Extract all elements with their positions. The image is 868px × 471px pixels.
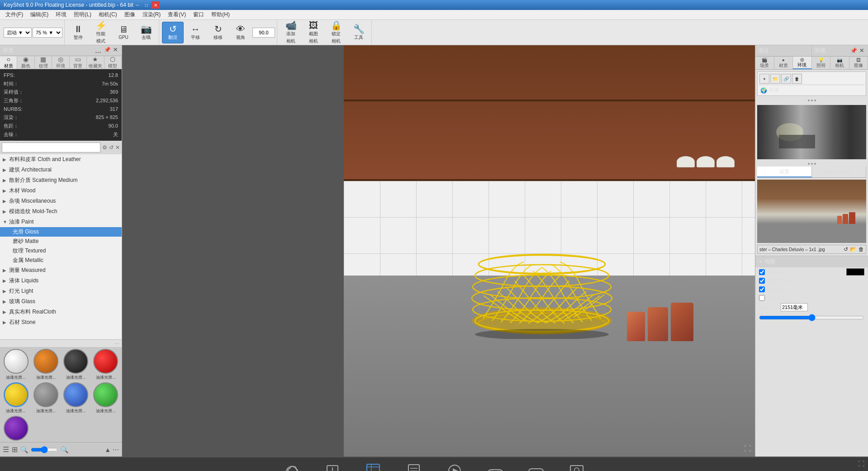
menu-camera[interactable]: 相机(C)	[95, 10, 121, 19]
ground-ao-checkbox[interactable]	[759, 278, 765, 284]
category-liquids[interactable]: ▶ 液体 Liquids	[0, 276, 122, 286]
list-view-button[interactable]: ☰	[3, 445, 9, 454]
render-button[interactable]: ↺ 翻渲	[162, 22, 184, 43]
category-misc[interactable]: ▶ 杂项 Miscellaneous	[0, 196, 122, 206]
screenshot-button[interactable]: 🖼 截图 相机	[303, 22, 324, 43]
tab-texture[interactable]: ▦ 纹理	[35, 56, 52, 69]
menu-lighting[interactable]: 照明(L)	[70, 10, 95, 19]
minimize-button[interactable]: ─	[133, 1, 142, 9]
paint-textured-item[interactable]: 纹理 Textured	[0, 246, 122, 256]
swatch-white[interactable]: 油漆光滑...	[2, 349, 30, 381]
zoom-in-icon[interactable]: 🔍	[61, 446, 68, 453]
left-panel-close-button[interactable]: ✕	[112, 46, 119, 53]
start-mode-select[interactable]: 启动 ▼	[4, 28, 32, 38]
bottom-btn-library[interactable]: 库	[357, 460, 389, 471]
category-scattering[interactable]: ▶ 散射介质 Scattering Medium	[0, 175, 122, 186]
env-link-button[interactable]: 🔗	[781, 74, 791, 84]
bottom-btn-render[interactable]: 渲染	[561, 462, 593, 471]
menu-image[interactable]: 图像	[121, 10, 139, 19]
right-panel-close-button[interactable]: ✕	[858, 47, 865, 54]
paint-matte-item[interactable]: 磨砂 Matte	[0, 237, 122, 246]
nav-more-button[interactable]: ⋯	[113, 446, 119, 453]
search-refresh-icon[interactable]: ↺	[109, 144, 114, 151]
tab-environment[interactable]: ◎ 环境	[793, 57, 812, 69]
add-camera-button[interactable]: 📹 添加 相机	[280, 22, 302, 43]
env-hdri-tab[interactable]: HDRI 编辑器	[812, 167, 867, 177]
rotate-button[interactable]: ↻ 移移	[207, 22, 229, 43]
tab-image[interactable]: 🖼 图像	[849, 57, 868, 69]
swatch-gray[interactable]: 油漆光滑...	[32, 382, 60, 414]
angle-input[interactable]	[252, 28, 275, 38]
quality-select[interactable]: 75 % ▼	[33, 28, 62, 38]
nav-up-button[interactable]: ▲	[104, 446, 111, 453]
swatch-yellow[interactable]: 油漆光滑...	[2, 382, 30, 414]
bottom-btn-project[interactable]: 项目	[398, 462, 430, 471]
search-clear-icon[interactable]: ✕	[115, 144, 120, 151]
category-light[interactable]: ▶ 灯光 Light	[0, 286, 122, 296]
bottom-btn-import[interactable]: 导入	[317, 462, 348, 471]
env-add-button[interactable]: +	[759, 74, 769, 84]
env-folder-button[interactable]: 📁	[770, 74, 780, 84]
ground-shadow-color[interactable]	[846, 268, 864, 276]
tab-favorites[interactable]: ★ 收藏夹	[87, 56, 104, 69]
category-glass[interactable]: ▶ 玻璃 Glass	[0, 296, 122, 307]
left-panel-more-button[interactable]: …	[94, 46, 103, 55]
search-options-icon[interactable]: ⚙	[102, 144, 107, 151]
tab-color[interactable]: ◉ 颜色	[17, 56, 34, 69]
env-delete-button[interactable]: 🗑	[792, 74, 802, 84]
category-moldtech[interactable]: ▶ 模德造纹 Mold-Tech	[0, 206, 122, 217]
ground-flat-checkbox[interactable]	[759, 295, 765, 301]
swatch-red[interactable]: 油漆光滑...	[92, 349, 120, 381]
ground-shadow-checkbox[interactable]	[759, 269, 765, 275]
env-tree-item-env[interactable]: 🌍 环境	[759, 86, 865, 95]
translate-button[interactable]: ↔ 平移	[185, 22, 206, 43]
category-paint[interactable]: ▼ 油漆 Paint 光滑 Gloss 磨砂 Matte 纹理 Textured…	[0, 217, 122, 265]
render-view[interactable]: ⛶	[122, 45, 755, 457]
bottom-btn-vr[interactable]: KeyVR	[520, 462, 552, 471]
menu-env[interactable]: 环境	[52, 10, 70, 19]
ground-reflect-checkbox[interactable]	[759, 286, 765, 292]
category-measured[interactable]: ▶ 测量 Measured	[0, 265, 122, 276]
tab-bg[interactable]: ▭ 背景	[70, 56, 87, 69]
category-architectural[interactable]: ▶ 建筑 Architectural	[0, 165, 122, 175]
tab-material[interactable]: ○ 材质	[0, 56, 17, 69]
tab-lighting[interactable]: 💡 照明	[812, 57, 831, 69]
tab-scene[interactable]: 🎬 场景	[755, 57, 774, 69]
ground-size-input[interactable]	[781, 303, 808, 311]
tab-material-right[interactable]: ● 材质	[774, 57, 793, 69]
paint-gloss-item[interactable]: 光滑 Gloss	[0, 227, 122, 237]
paint-metallic-item[interactable]: 金属 Metallic	[0, 256, 122, 265]
tools-button[interactable]: 🔧 工具	[348, 22, 370, 43]
category-cloth[interactable]: ▶ 布料和皮革 Cloth and Leather	[0, 154, 122, 165]
maximize-button[interactable]: □	[142, 1, 151, 9]
tab-env-left[interactable]: ◎ 环境	[52, 56, 69, 69]
right-panel-pin-button[interactable]: 📌	[850, 47, 857, 54]
menu-edit[interactable]: 编辑(E)	[27, 10, 52, 19]
fullscreen-button[interactable]: ⛶	[744, 445, 751, 453]
tab-camera-right[interactable]: 📷 相机	[830, 57, 849, 69]
ground-size-slider[interactable]	[759, 314, 864, 321]
left-panel-pin-button[interactable]: 📌	[104, 46, 111, 53]
shot-button[interactable]: 📷 去哦	[135, 22, 157, 43]
menu-render[interactable]: 渲染(R)	[139, 10, 165, 19]
close-button[interactable]: ✕	[152, 1, 160, 9]
view-button[interactable]: 👁 视角	[230, 22, 251, 43]
env-refresh-button[interactable]: ↺	[844, 246, 848, 252]
swatch-blue[interactable]: 油漆光滑...	[62, 382, 90, 414]
zoom-slider[interactable]	[31, 446, 58, 453]
bottom-btn-cloud[interactable]: 云库	[276, 462, 308, 471]
swatch-orange[interactable]: 油漆光滑...	[32, 349, 60, 381]
search-bottom-icon[interactable]: 🔍	[20, 446, 28, 453]
grid-view-button[interactable]: ⊞	[12, 445, 18, 454]
tab-model[interactable]: ⬡ 模型	[104, 56, 122, 69]
tree-more-button[interactable]: ···	[115, 341, 119, 346]
env-folder-open-button[interactable]: 📂	[850, 246, 857, 252]
gpu-button[interactable]: 🖥 GPU	[113, 22, 134, 43]
env-settings-tab[interactable]: 设置	[757, 167, 812, 177]
menu-help[interactable]: 帮助(H)	[208, 10, 233, 19]
bottom-btn-animation[interactable]: 动画	[439, 462, 470, 471]
performance-button[interactable]: ⚡ 性能 模式	[90, 22, 112, 43]
bottom-btn-xr[interactable]: KeyShotXR	[479, 462, 511, 471]
lock-camera-button[interactable]: 🔒 锁定 相机	[325, 22, 347, 43]
menu-file[interactable]: 文件(F)	[2, 10, 27, 19]
